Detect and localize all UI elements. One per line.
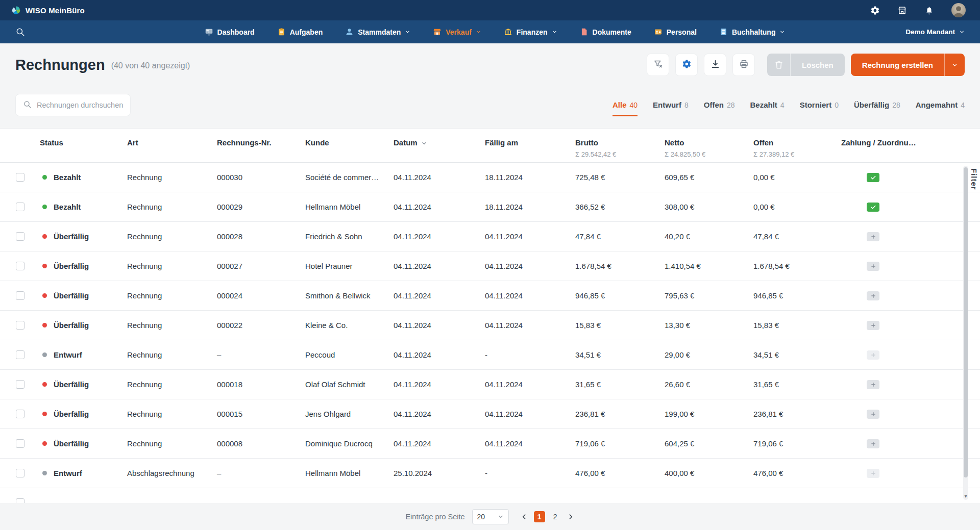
page-header: Rechnungen (40 von 40 angezeigt) Löschen… xyxy=(0,43,980,76)
assign-payment-button[interactable] xyxy=(867,321,879,330)
table-row: Bezahlt Rechnung 000030 Société de comme… xyxy=(0,163,980,192)
cell-faellig-am: 18.11.2024 xyxy=(481,173,571,182)
cell-netto: 40,20 € xyxy=(660,232,749,241)
row-select-checkbox[interactable] xyxy=(16,291,24,300)
cell-zahlung xyxy=(837,173,980,182)
cell-faellig-am: 18.11.2024 xyxy=(481,203,571,211)
nav-item-aufgaben[interactable]: Aufgaben xyxy=(277,28,323,36)
notifications-bell-icon[interactable] xyxy=(924,6,934,15)
cell-kunde: Jens Ohlgard xyxy=(301,410,389,418)
row-select-checkbox[interactable] xyxy=(16,469,24,477)
assign-payment-button[interactable] xyxy=(867,232,879,241)
cell-brutto: 719,06 € xyxy=(571,439,660,448)
page-1-button[interactable]: 1 xyxy=(534,511,545,522)
cell-checkbox xyxy=(0,380,36,389)
prev-page-button[interactable] xyxy=(520,513,528,521)
nav-item-personal[interactable]: Personal xyxy=(654,28,697,36)
cell-rechnungs-nr: 000027 xyxy=(213,262,301,270)
tab-angemahnt[interactable]: Angemahnt 4 xyxy=(916,100,965,116)
delete-button[interactable]: Löschen xyxy=(767,54,845,76)
row-select-checkbox[interactable] xyxy=(16,380,24,389)
cell-offen: 31,65 € xyxy=(749,380,837,389)
main-nav: Dashboard Aufgaben Stammdaten Verkauf Fi… xyxy=(0,20,980,43)
assign-payment-button[interactable] xyxy=(867,262,879,271)
table-row: Überfällig Rechnung 000015 Jens Ohlgard … xyxy=(0,399,980,429)
settings-gear-icon[interactable] xyxy=(870,6,880,15)
row-select-checkbox[interactable] xyxy=(16,321,24,330)
tab-überfällig[interactable]: Überfällig 28 xyxy=(854,100,900,116)
assign-payment-button[interactable] xyxy=(867,380,879,389)
row-select-checkbox[interactable] xyxy=(16,498,24,503)
status-dot-icon xyxy=(42,352,47,357)
nav-item-verkauf[interactable]: Verkauf xyxy=(433,28,481,36)
user-avatar[interactable] xyxy=(951,3,966,17)
assign-payment-button-disabled[interactable] xyxy=(867,469,879,478)
status-dot-icon xyxy=(42,205,47,209)
export-download-button[interactable] xyxy=(704,54,726,76)
assign-payment-button[interactable] xyxy=(867,410,879,419)
print-button[interactable] xyxy=(732,54,755,76)
row-select-checkbox[interactable] xyxy=(16,262,24,270)
brand-title: WISO MeinBüro xyxy=(26,6,85,15)
table-settings-button[interactable] xyxy=(675,54,698,76)
cell-faellig-am: - xyxy=(481,469,571,477)
payment-assigned-button[interactable] xyxy=(867,173,879,182)
per-page-value: 20 xyxy=(477,513,485,521)
tab-entwurf[interactable]: Entwurf 8 xyxy=(653,100,689,116)
filter-clear-button[interactable] xyxy=(647,54,669,76)
search-icon[interactable] xyxy=(15,27,25,37)
cell-kunde: Olaf Olaf Schmidt xyxy=(301,380,389,389)
filter-panel-handle[interactable]: Filter xyxy=(970,168,978,190)
chevron-down-icon xyxy=(476,29,481,35)
col-brutto[interactable]: Brutto Σ 29.542,42 € xyxy=(571,138,660,158)
create-invoice-button[interactable]: Rechnung erstellen xyxy=(851,54,965,76)
status-label: Überfällig xyxy=(54,321,89,330)
col-art[interactable]: Art xyxy=(123,138,213,147)
row-select-checkbox[interactable] xyxy=(16,410,24,418)
cell-offen: 0,00 € xyxy=(749,173,837,182)
col-datum[interactable]: Datum xyxy=(389,138,481,147)
search-input[interactable] xyxy=(37,101,123,109)
col-status[interactable]: Status xyxy=(36,138,123,147)
verkauf-icon xyxy=(433,28,442,36)
assign-payment-button-disabled[interactable] xyxy=(867,350,879,360)
row-select-checkbox[interactable] xyxy=(16,173,24,182)
nav-item-dokumente[interactable]: Dokumente xyxy=(580,28,631,36)
tenant-selector[interactable]: Demo Mandant xyxy=(905,28,965,36)
tab-offen[interactable]: Offen 28 xyxy=(704,100,735,116)
scrollbar-thumb[interactable] xyxy=(964,167,968,477)
per-page-select[interactable]: 20 xyxy=(472,509,509,524)
brand[interactable]: WISO MeinBüro xyxy=(11,6,85,15)
row-select-checkbox[interactable] xyxy=(16,232,24,241)
col-faellig-am[interactable]: Fällig am xyxy=(481,138,571,147)
col-rechnungs-nr[interactable]: Rechnungs-Nr. xyxy=(213,138,301,147)
tab-bezahlt[interactable]: Bezahlt 4 xyxy=(750,100,784,116)
cell-kunde: Smithon & Bellwick xyxy=(301,291,389,300)
col-netto[interactable]: Netto Σ 24.825,50 € xyxy=(660,138,749,158)
search-box[interactable] xyxy=(15,94,131,116)
assign-payment-button[interactable] xyxy=(867,291,879,300)
cell-checkbox xyxy=(0,469,36,477)
create-invoice-dropdown[interactable] xyxy=(944,54,965,76)
tab-storniert[interactable]: Storniert 0 xyxy=(800,100,839,116)
cell-datum: 04.11.2024 xyxy=(389,291,481,300)
vertical-scrollbar[interactable]: ▾ xyxy=(963,166,968,500)
nav-item-stammdaten[interactable]: Stammdaten xyxy=(345,28,410,36)
nav-item-buchhaltung[interactable]: Buchhaltung xyxy=(719,28,786,36)
nav-item-finanzen[interactable]: Finanzen xyxy=(504,28,557,36)
row-select-checkbox[interactable] xyxy=(16,439,24,448)
next-page-button[interactable] xyxy=(567,513,575,521)
marketplace-icon[interactable] xyxy=(897,6,907,15)
payment-assigned-button[interactable] xyxy=(867,203,879,212)
col-kunde[interactable]: Kunde xyxy=(301,138,389,147)
row-select-checkbox[interactable] xyxy=(16,350,24,359)
tab-alle[interactable]: Alle 40 xyxy=(612,100,638,116)
nav-item-dashboard[interactable]: Dashboard xyxy=(205,28,255,36)
cell-faellig-am: 04.11.2024 xyxy=(481,262,571,270)
row-select-checkbox[interactable] xyxy=(16,203,24,211)
page-2-button[interactable]: 2 xyxy=(550,511,561,522)
scroll-down-arrow-icon[interactable]: ▾ xyxy=(963,493,968,499)
col-offen[interactable]: Offen Σ 27.389,12 € xyxy=(749,138,837,158)
assign-payment-button[interactable] xyxy=(867,439,879,448)
col-zahlung-zuordnung[interactable]: Zahlung / Zuordnu… xyxy=(837,138,980,147)
